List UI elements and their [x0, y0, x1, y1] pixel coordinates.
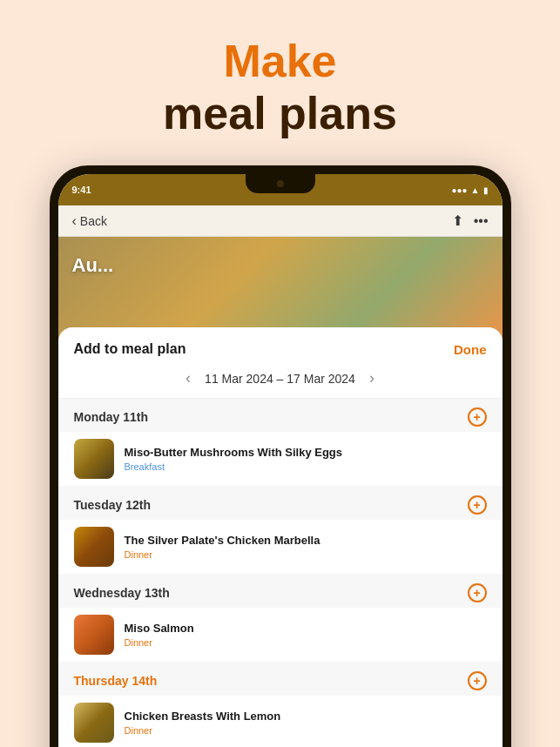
hero-line2: meal plans: [163, 87, 397, 139]
recipe-name: The Silver Palate's Chicken Marbella: [125, 534, 487, 548]
recipe-info: Miso-Butter Mushrooms With Silky EggsBre…: [125, 446, 487, 473]
day-section: Tuesday 12th+The Silver Palate's Chicken…: [58, 487, 503, 575]
recipe-name: Miso-Butter Mushrooms With Silky Eggs: [125, 446, 487, 461]
add-recipe-button[interactable]: +: [468, 495, 487, 515]
nav-bar: ‹ Back ⬆ •••: [58, 205, 503, 237]
recipe-item[interactable]: Miso-Butter Mushrooms With Silky EggsBre…: [58, 432, 503, 487]
back-arrow-icon: ‹: [72, 213, 77, 229]
day-header: Thursday 14th+: [58, 663, 503, 696]
recipe-category: Dinner: [125, 637, 487, 648]
status-icons: ●●● ▲ ▮: [451, 185, 488, 195]
recipe-image: [74, 527, 114, 567]
recipe-image: [74, 439, 114, 479]
recipe-thumb: [74, 439, 114, 479]
recipe-category: Dinner: [125, 549, 487, 560]
hero-section: Make meal plans: [163, 35, 397, 139]
recipe-category: Breakfast: [125, 461, 487, 472]
hero-line1: Make: [163, 35, 397, 87]
notch: [246, 174, 315, 193]
day-name: Monday 11th: [74, 410, 149, 424]
status-time: 9:41: [72, 185, 91, 195]
modal-header: Add to meal plan Done: [58, 327, 503, 364]
next-week-button[interactable]: ›: [369, 369, 374, 387]
back-button[interactable]: ‹ Back: [72, 213, 107, 229]
days-list: Monday 11th+Miso-Butter Mushrooms With S…: [58, 399, 503, 747]
prev-week-button[interactable]: ‹: [186, 369, 191, 387]
day-section: Monday 11th+Miso-Butter Mushrooms With S…: [58, 399, 503, 487]
add-recipe-button[interactable]: +: [468, 407, 487, 427]
recipe-item[interactable]: The Silver Palate's Chicken MarbellaDinn…: [58, 520, 503, 575]
recipe-name: Chicken Breasts With Lemon: [125, 710, 487, 724]
day-header: Tuesday 12th+: [58, 487, 503, 520]
recipe-image: [74, 703, 114, 743]
done-button[interactable]: Done: [454, 342, 487, 357]
nav-actions: ⬆ •••: [452, 212, 489, 229]
recipe-item[interactable]: Chicken Breasts With LemonDinner: [58, 696, 503, 747]
day-section: Wednesday 13th+Miso SalmonDinner: [58, 575, 503, 663]
recipe-info: Chicken Breasts With LemonDinner: [125, 710, 487, 737]
recipe-info: The Silver Palate's Chicken MarbellaDinn…: [125, 534, 487, 561]
recipe-image: [74, 615, 114, 655]
day-header: Wednesday 13th+: [58, 575, 503, 608]
add-recipe-button[interactable]: +: [468, 583, 487, 602]
recipe-item[interactable]: Miso SalmonDinner: [58, 608, 503, 663]
meal-plan-modal: Add to meal plan Done ‹ 11 Mar 2024 – 17…: [58, 327, 503, 747]
bg-recipe-title: Au...: [72, 254, 114, 277]
bg-recipe-image: [58, 237, 503, 341]
device-frame: 9:41 ●●● ▲ ▮ ‹ Back ⬆ •••: [50, 165, 511, 747]
signal-icon: ●●●: [451, 185, 467, 195]
week-nav: ‹ 11 Mar 2024 – 17 Mar 2024 ›: [58, 364, 503, 399]
recipe-category: Dinner: [125, 725, 487, 736]
recipe-thumb: [74, 527, 114, 567]
status-bar: 9:41 ●●● ▲ ▮: [58, 174, 503, 205]
day-section: Thursday 14th+Chicken Breasts With Lemon…: [58, 663, 503, 747]
recipe-thumb: [74, 703, 114, 743]
recipe-thumb: [74, 615, 114, 655]
day-name: Tuesday 12th: [74, 498, 151, 512]
bg-recipe-area: Au...: [58, 237, 503, 341]
day-name: Wednesday 13th: [74, 586, 170, 600]
day-name: Thursday 14th: [74, 674, 158, 688]
device-screen: 9:41 ●●● ▲ ▮ ‹ Back ⬆ •••: [58, 174, 503, 747]
add-recipe-button[interactable]: +: [468, 671, 487, 690]
background-content: Au... Add to meal plan Done ‹ 11 Mar 202…: [58, 237, 503, 747]
recipe-name: Miso Salmon: [125, 622, 487, 636]
modal-title: Add to meal plan: [74, 341, 186, 357]
share-icon[interactable]: ⬆: [452, 212, 463, 229]
recipe-info: Miso SalmonDinner: [125, 622, 487, 649]
battery-icon: ▮: [483, 185, 489, 195]
week-label: 11 Mar 2024 – 17 Mar 2024: [205, 372, 355, 386]
notch-camera: [277, 180, 284, 187]
more-icon[interactable]: •••: [474, 213, 489, 229]
day-header: Monday 11th+: [58, 399, 503, 432]
wifi-icon: ▲: [471, 185, 480, 195]
back-label: Back: [80, 214, 107, 228]
